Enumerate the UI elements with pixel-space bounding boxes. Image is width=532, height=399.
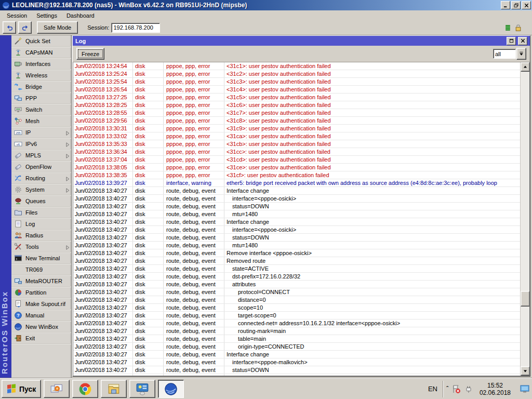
- log-row[interactable]: Jun/02/2018 13:40:27diskroute, debug, ev…: [73, 312, 521, 320]
- sidebar-item-mesh[interactable]: Mesh: [11, 115, 71, 127]
- sidebar-item-radius[interactable]: Radius: [11, 230, 71, 241]
- log-row[interactable]: Jun/02/2018 13:38:35diskpppoe, ppp, erro…: [73, 171, 521, 179]
- freeze-button[interactable]: Freeze: [76, 48, 104, 60]
- log-row[interactable]: Jun/02/2018 13:40:27diskroute, debug, ev…: [73, 304, 521, 312]
- log-row[interactable]: Jun/02/2018 13:39:27diskinterface, warni…: [73, 179, 521, 187]
- sidebar-item-make-supout-rif[interactable]: Make Supout.rif: [11, 298, 71, 310]
- sidebar-item-quick-set[interactable]: Quick Set: [11, 35, 71, 47]
- quicklaunch-photo-viewer-button[interactable]: [44, 380, 70, 398]
- quicklaunch-control-panel-button[interactable]: [129, 380, 155, 398]
- log-row[interactable]: Jun/02/2018 13:40:27diskroute, debug, ev…: [73, 343, 521, 351]
- log-filter-combo[interactable]: all: [493, 48, 526, 60]
- log-row[interactable]: Jun/02/2018 13:40:27diskroute, debug, ev…: [73, 218, 521, 226]
- sidebar-item-manual[interactable]: ?Manual: [11, 310, 71, 321]
- sidebar-item-ipv6[interactable]: v6IPv6: [11, 138, 71, 150]
- scroll-thumb[interactable]: [521, 291, 530, 307]
- log-window-titlebar[interactable]: Log: [73, 36, 530, 46]
- log-row[interactable]: Jun/02/2018 13:40:27diskroute, debug, ev…: [73, 249, 521, 257]
- sidebar-item-mpls[interactable]: MPLS: [11, 150, 71, 161]
- log-row[interactable]: Jun/02/2018 13:33:02diskpppoe, ppp, erro…: [73, 132, 521, 140]
- sidebar-item-new-terminal[interactable]: New Terminal: [11, 252, 71, 264]
- log-row[interactable]: Jun/02/2018 13:38:05diskpppoe, ppp, erro…: [73, 164, 521, 171]
- sidebar-item-log[interactable]: Log: [11, 218, 71, 230]
- sidebar-item-tools[interactable]: Tools: [11, 241, 71, 252]
- log-filter-value[interactable]: all: [493, 49, 516, 59]
- sidebar-item-new-winbox[interactable]: New WinBox: [11, 321, 71, 332]
- log-row[interactable]: Jun/02/2018 13:40:27diskroute, debug, ev…: [73, 234, 521, 242]
- restore-button[interactable]: [511, 1, 521, 9]
- log-row[interactable]: Jun/02/2018 13:24:54diskpppoe, ppp, erro…: [73, 62, 521, 70]
- log-row[interactable]: Jun/02/2018 13:26:54diskpppoe, ppp, erro…: [73, 86, 521, 94]
- sidebar-item-interfaces[interactable]: Interfaces: [11, 58, 71, 70]
- log-filter-dropdown-button[interactable]: [516, 48, 526, 60]
- log-row[interactable]: Jun/02/2018 13:25:24diskpppoe, ppp, erro…: [73, 70, 521, 78]
- sidebar-item-exit[interactable]: Exit: [11, 332, 71, 344]
- log-row[interactable]: Jun/02/2018 13:40:27diskroute, debug, ev…: [73, 327, 521, 335]
- tray-clock[interactable]: 15:52 02.06.2018: [480, 382, 511, 396]
- log-row[interactable]: Jun/02/2018 13:30:31diskpppoe, ppp, erro…: [73, 125, 521, 132]
- vertical-scrollbar[interactable]: [520, 62, 529, 376]
- log-row[interactable]: Jun/02/2018 13:40:27diskroute, debug, ev…: [73, 296, 521, 304]
- log-row[interactable]: Jun/02/2018 13:40:27diskroute, debug, ev…: [73, 210, 521, 218]
- sidebar-item-system[interactable]: System: [11, 184, 71, 195]
- sidebar-item-bridge[interactable]: Bridge: [11, 81, 71, 92]
- sidebar-item-files[interactable]: Files: [11, 207, 71, 218]
- log-row[interactable]: Jun/02/2018 13:25:54diskpppoe, ppp, erro…: [73, 78, 521, 86]
- scroll-up-button[interactable]: [521, 62, 530, 72]
- log-row[interactable]: Jun/02/2018 13:40:27diskroute, debug, ev…: [73, 265, 521, 273]
- log-row[interactable]: Jun/02/2018 13:40:27diskroute, debug, ev…: [73, 187, 521, 195]
- log-row[interactable]: Jun/02/2018 13:40:27diskroute, debug, ev…: [73, 242, 521, 249]
- minimize-button[interactable]: [501, 1, 510, 9]
- start-button[interactable]: Пуск: [2, 380, 41, 398]
- log-row[interactable]: Jun/02/2018 13:37:04diskpppoe, ppp, erro…: [73, 156, 521, 164]
- log-restore-button[interactable]: [507, 37, 516, 45]
- quicklaunch-chrome-button[interactable]: [72, 380, 98, 398]
- menu-item-session[interactable]: Session: [2, 11, 32, 20]
- log-row[interactable]: Jun/02/2018 13:28:25diskpppoe, ppp, erro…: [73, 101, 521, 109]
- log-row[interactable]: Jun/02/2018 13:40:27diskroute, debug, ev…: [73, 273, 521, 281]
- log-row[interactable]: Jun/02/2018 13:40:27diskroute, debug, ev…: [73, 195, 521, 203]
- sidebar-item-switch[interactable]: Switch: [11, 104, 71, 115]
- sidebar-item-capsman[interactable]: CAPsMAN: [11, 47, 71, 58]
- security-alert-flag-icon[interactable]: [451, 384, 461, 394]
- log-row[interactable]: Jun/02/2018 13:40:27diskroute, debug, ev…: [73, 288, 521, 296]
- quicklaunch-winbox-task-button[interactable]: [158, 380, 184, 398]
- language-indicator[interactable]: EN: [428, 385, 437, 393]
- tray-chevron-icon[interactable]: ˆ: [446, 387, 448, 392]
- redo-button[interactable]: [18, 21, 32, 34]
- scroll-down-button[interactable]: [521, 366, 530, 376]
- sidebar-item-wireless[interactable]: Wireless: [11, 70, 71, 81]
- log-row[interactable]: Jun/02/2018 13:28:55diskpppoe, ppp, erro…: [73, 109, 521, 117]
- log-row[interactable]: Jun/02/2018 13:40:27diskroute, debug, ev…: [73, 374, 521, 376]
- log-row[interactable]: Jun/02/2018 13:35:33diskpppoe, ppp, erro…: [73, 140, 521, 148]
- sidebar-item-ip[interactable]: 255IP: [11, 127, 71, 138]
- log-row[interactable]: Jun/02/2018 13:40:27diskroute, debug, ev…: [73, 351, 521, 358]
- window-titlebar[interactable]: LEOLINER@192.168.78.200 (nas5) - WinBox …: [0, 0, 532, 10]
- menu-item-settings[interactable]: Settings: [32, 11, 62, 20]
- log-row[interactable]: Jun/02/2018 13:40:27diskroute, debug, ev…: [73, 257, 521, 265]
- quicklaunch-file-manager-button[interactable]: [101, 380, 127, 398]
- sidebar-item-partition[interactable]: Partition: [11, 287, 71, 298]
- sidebar-item-queues[interactable]: Queues: [11, 195, 71, 207]
- log-row[interactable]: Jun/02/2018 13:40:27diskroute, debug, ev…: [73, 366, 521, 374]
- session-field[interactable]: 192.168.78.200: [111, 23, 160, 33]
- log-close-button[interactable]: [518, 37, 527, 45]
- safely-remove-plug-icon[interactable]: [464, 384, 473, 394]
- log-row[interactable]: Jun/02/2018 13:40:27diskroute, debug, ev…: [73, 226, 521, 234]
- close-button[interactable]: [522, 1, 531, 9]
- log-row[interactable]: Jun/02/2018 13:40:27diskroute, debug, ev…: [73, 203, 521, 210]
- sidebar-item-routing[interactable]: Routing: [11, 172, 71, 184]
- undo-button[interactable]: [3, 21, 16, 34]
- log-row[interactable]: Jun/02/2018 13:40:27diskroute, debug, ev…: [73, 335, 521, 343]
- show-desktop-button[interactable]: [519, 381, 530, 397]
- sidebar-item-metarouter[interactable]: MetaROUTER: [11, 275, 71, 287]
- sidebar-item-openflow[interactable]: OpenFlow: [11, 161, 71, 172]
- sidebar-item-tr069[interactable]: TR069: [11, 264, 71, 275]
- log-row[interactable]: Jun/02/2018 13:29:56diskpppoe, ppp, erro…: [73, 117, 521, 125]
- log-row[interactable]: Jun/02/2018 13:40:27diskroute, debug, ev…: [73, 358, 521, 366]
- sidebar-item-ppp[interactable]: PPP: [11, 92, 71, 104]
- log-row[interactable]: Jun/02/2018 13:40:27diskroute, debug, ev…: [73, 320, 521, 327]
- safe-mode-button[interactable]: Safe Mode: [37, 21, 78, 34]
- log-row[interactable]: Jun/02/2018 13:40:27diskroute, debug, ev…: [73, 281, 521, 288]
- menu-item-dashboard[interactable]: Dashboard: [62, 11, 99, 20]
